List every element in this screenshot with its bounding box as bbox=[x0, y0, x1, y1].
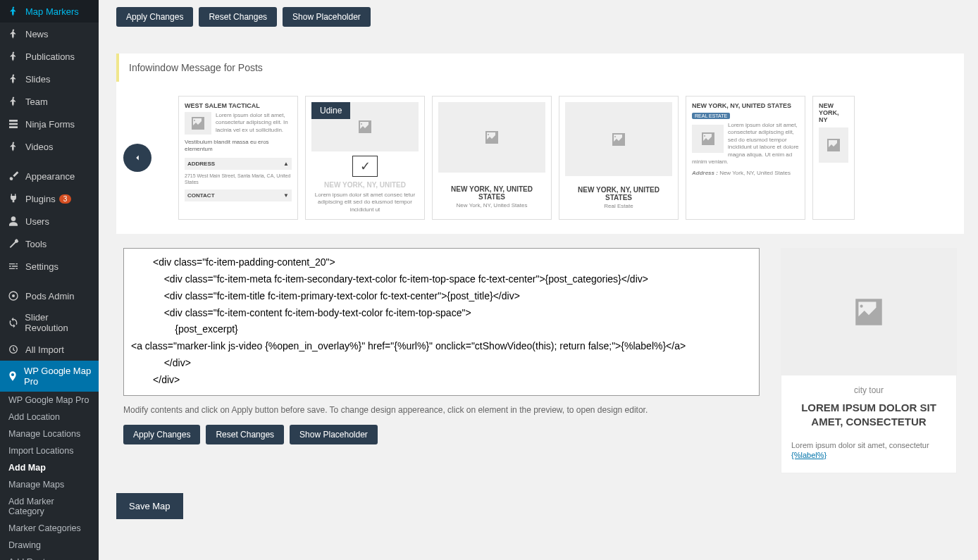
main-content: Apply Changes Reset Changes Show Placeho… bbox=[99, 0, 978, 560]
submenu-add-map[interactable]: Add Map bbox=[0, 459, 99, 476]
chevron-up-icon: ▲ bbox=[283, 161, 289, 167]
template-card-2[interactable]: Udine ✓ NEW YORK, NY, UNITED Lorem ipsum… bbox=[305, 96, 425, 220]
apply-changes-button[interactable]: Apply Changes bbox=[123, 425, 200, 444]
card-title: WEST SALEM TACTICAL bbox=[185, 102, 292, 109]
update-badge: 3 bbox=[59, 194, 72, 204]
sidebar-item-ninja-forms[interactable]: Ninja Forms bbox=[0, 113, 99, 135]
sidebar-item-label: Users bbox=[25, 216, 49, 227]
pin-icon bbox=[7, 95, 20, 108]
sidebar-item-all-import[interactable]: All Import bbox=[0, 338, 99, 361]
slider-icon bbox=[7, 260, 20, 273]
sidebar-item-label: All Import bbox=[25, 344, 64, 355]
sidebar-item-label: Publications bbox=[25, 51, 75, 62]
brush-icon bbox=[7, 170, 20, 182]
submenu-wp-google-map-pro[interactable]: WP Google Map Pro bbox=[0, 392, 99, 409]
submenu-manage-maps[interactable]: Manage Maps bbox=[0, 476, 99, 493]
sidebar-item-wp-google-map-pro[interactable]: WP Google Map Pro bbox=[0, 361, 99, 392]
svg-point-1 bbox=[12, 294, 15, 297]
sidebar-item-label: News bbox=[25, 29, 49, 39]
preview-card[interactable]: city tour LOREM IPSUM DOLOR SIT AMET, CO… bbox=[781, 248, 957, 473]
sidebar-item-appearance[interactable]: Appearance bbox=[0, 165, 99, 187]
sidebar-item-label: Pods Admin bbox=[25, 291, 74, 301]
template-card-3[interactable]: NEW YORK, NY, UNITED STATES New York, NY… bbox=[432, 96, 552, 220]
sidebar-item-label: Map Markers bbox=[25, 6, 79, 17]
sidebar-item-label: Settings bbox=[25, 261, 58, 272]
card-title: NEW YORK, NY, UNITED STATES bbox=[565, 186, 672, 201]
sidebar-item-tools[interactable]: Tools bbox=[0, 232, 99, 255]
submenu-manage-locations[interactable]: Manage Locations bbox=[0, 425, 99, 442]
card-address: 2715 West Main Street, Santa Maria, CA, … bbox=[185, 173, 292, 185]
show-placeholder-button[interactable]: Show Placeholder bbox=[290, 425, 378, 444]
sidebar-item-map-markers[interactable]: Map Markers bbox=[0, 0, 99, 23]
sidebar-item-label: Videos bbox=[25, 142, 54, 152]
sidebar-item-videos[interactable]: Videos bbox=[0, 135, 99, 158]
code-editor[interactable] bbox=[123, 248, 760, 396]
sidebar-item-pods-admin[interactable]: Pods Admin bbox=[0, 285, 99, 307]
top-button-row: Apply Changes Reset Changes Show Placeho… bbox=[116, 0, 964, 39]
sidebar-item-plugins[interactable]: Plugins3 bbox=[0, 187, 99, 210]
preview-category: city tour bbox=[791, 385, 946, 395]
card-address: Address : New York, NY, United States bbox=[692, 170, 799, 177]
card-subtitle: New York, NY, United States bbox=[438, 202, 545, 209]
reset-changes-button[interactable]: Reset Changes bbox=[199, 7, 277, 27]
pin-icon bbox=[7, 50, 20, 63]
pin-icon bbox=[7, 5, 20, 18]
sidebar-item-label: Plugins bbox=[25, 194, 56, 204]
user-icon bbox=[7, 215, 20, 228]
card-contact-header: CONTACT▼ bbox=[185, 189, 292, 201]
template-card-6[interactable]: NEW YORK, NY bbox=[812, 96, 855, 220]
submenu-add-marker-category[interactable]: Add Marker Category bbox=[0, 493, 99, 520]
chevron-left-icon bbox=[132, 153, 142, 163]
submenu-add-route[interactable]: Add Route bbox=[0, 554, 99, 560]
preview-title: LOREM IPSUM DOLOR SIT AMET, CONSECTETUR bbox=[791, 401, 946, 428]
preview-text: Lorem ipsum dolor sit amet, consectetur bbox=[791, 441, 946, 449]
pin-icon bbox=[7, 27, 20, 40]
submenu-marker-categories[interactable]: Marker Categories bbox=[0, 520, 99, 537]
image-placeholder-icon bbox=[819, 127, 848, 163]
form-icon bbox=[7, 118, 20, 130]
template-card-5[interactable]: NEW YORK, NY, UNITED STATES REAL ESTATE … bbox=[686, 96, 805, 220]
sidebar-item-label: Tools bbox=[25, 239, 47, 249]
sidebar-item-news[interactable]: News bbox=[0, 23, 99, 45]
admin-sidebar: Map Markers News Publications Slides Tea… bbox=[0, 0, 99, 560]
carousel-prev-button[interactable] bbox=[123, 144, 151, 172]
map-icon bbox=[7, 370, 18, 382]
apply-changes-button[interactable]: Apply Changes bbox=[116, 7, 193, 27]
submenu-import-locations[interactable]: Import Locations bbox=[0, 442, 99, 459]
plug-icon bbox=[7, 192, 20, 205]
submenu-add-location[interactable]: Add Location bbox=[0, 409, 99, 425]
sidebar-item-settings[interactable]: Settings bbox=[0, 255, 99, 278]
sidebar-item-slider-revolution[interactable]: Slider Revolution bbox=[0, 307, 99, 338]
pin-icon bbox=[7, 73, 20, 85]
image-placeholder-icon bbox=[185, 112, 211, 135]
sidebar-item-label: Ninja Forms bbox=[25, 119, 75, 130]
sidebar-item-label: Appearance bbox=[25, 171, 75, 182]
image-placeholder-icon bbox=[438, 102, 545, 173]
carousel-cards: WEST SALEM TACTICAL Lorem ipsum dolor si… bbox=[178, 96, 855, 220]
card-badge: Udine bbox=[311, 102, 350, 119]
sidebar-item-team[interactable]: Team bbox=[0, 90, 99, 113]
sidebar-item-slides[interactable]: Slides bbox=[0, 68, 99, 90]
section-title: Infowindow Message for Posts bbox=[116, 54, 964, 82]
sidebar-item-publications[interactable]: Publications bbox=[0, 45, 99, 68]
pods-icon bbox=[7, 290, 20, 302]
wrench-icon bbox=[7, 237, 20, 250]
card-pill: REAL ESTATE bbox=[692, 113, 730, 119]
save-map-button[interactable]: Save Map bbox=[116, 493, 183, 519]
checkmark-icon: ✓ bbox=[352, 156, 378, 177]
show-placeholder-button[interactable]: Show Placeholder bbox=[283, 7, 371, 27]
sidebar-menu-group: Map Markers News Publications Slides Tea… bbox=[0, 0, 99, 158]
sidebar-item-label: Slider Revolution bbox=[25, 312, 92, 333]
submenu-drawing[interactable]: Drawing bbox=[0, 537, 99, 554]
card-title: NEW YORK, NY bbox=[819, 102, 848, 123]
template-card-1[interactable]: WEST SALEM TACTICAL Lorem ipsum dolor si… bbox=[178, 96, 298, 220]
reset-changes-button[interactable]: Reset Changes bbox=[206, 425, 284, 444]
editor-area: Modify contents and click on Apply butto… bbox=[116, 234, 964, 480]
sidebar-item-users[interactable]: Users bbox=[0, 210, 99, 232]
preview-link[interactable]: {%label%} bbox=[791, 451, 827, 459]
template-card-4[interactable]: NEW YORK, NY, UNITED STATES Real Estate bbox=[559, 96, 679, 220]
pin-icon bbox=[7, 140, 20, 153]
sidebar-item-label: Slides bbox=[25, 74, 50, 85]
card-title: NEW YORK, NY, UNITED STATES bbox=[438, 185, 545, 201]
card-address-header: ADDRESS▲ bbox=[185, 158, 292, 170]
